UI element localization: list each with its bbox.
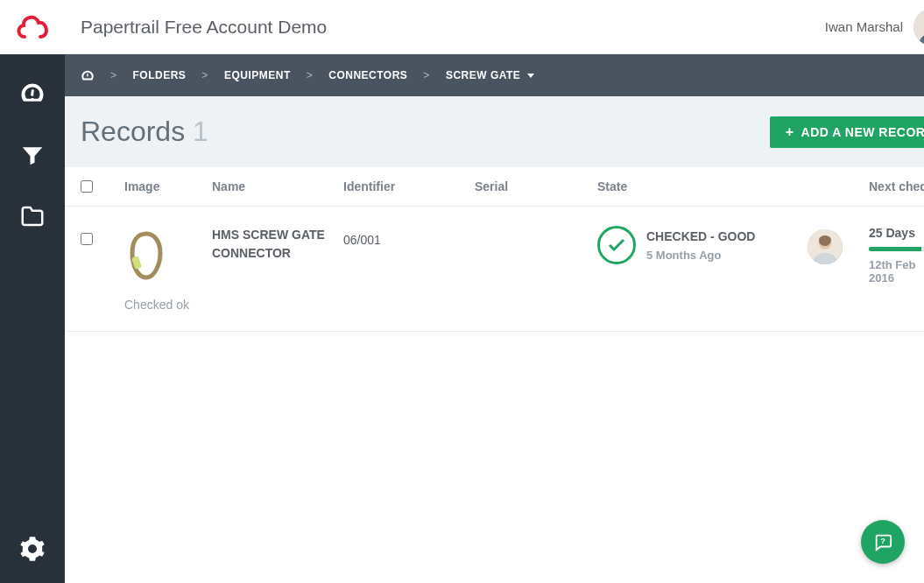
col-serial[interactable]: Serial [475,179,597,193]
folder-icon[interactable] [19,203,46,229]
filter-icon[interactable] [19,142,46,168]
item-thumbnail [124,226,168,287]
crumb-connectors[interactable]: CONNECTORS [328,69,407,81]
records-table: Image Name Identifier Serial State Next … [65,167,924,332]
table-row[interactable]: HMS SCREW GATE CONNECTOR 06/001 CHECKED … [65,207,924,332]
crumb-sep: > [201,69,208,81]
select-all-cell [81,180,124,193]
svg-text:?: ? [880,537,885,545]
crumb-sep: > [423,69,430,81]
row-checkbox[interactable] [81,233,93,245]
help-chat-icon: ? [873,532,892,551]
col-state[interactable]: State [597,179,808,193]
state-age: 5 Months Ago [646,249,755,262]
row-identifier: 06/001 [343,226,475,247]
nextcheck-progress-bar [869,247,921,251]
col-name[interactable]: Name [212,179,343,193]
state-label: CHECKED - GOOD [646,228,755,244]
carabiner-icon [127,230,166,283]
crumb-sep: > [307,69,314,81]
crumb-sep: > [110,69,117,81]
row-note: Checked ok [124,287,924,322]
breadcrumb-bar: > FOLDERS > EQUIPMENT > CONNECTORS > SCR… [65,54,924,96]
select-all-checkbox[interactable] [81,180,93,193]
user-menu[interactable]: Iwan Marshal [825,9,924,46]
logo-cell[interactable] [0,0,65,54]
page-title-count: 1 [193,116,208,147]
nextcheck-days: 25 Days [869,226,924,240]
crumb-current-label: SCREW GATE [446,69,520,81]
dashboard-icon[interactable] [19,81,46,107]
page-header: Records 1 + ADD A NEW RECORD [65,96,924,167]
topbar: Papertrail Free Account Demo Iwan Marsha… [65,0,924,54]
sidebar [0,0,65,583]
home-dashboard-icon[interactable] [81,69,95,81]
user-name: Iwan Marshal [825,19,903,34]
help-fab[interactable]: ? [861,520,905,564]
nextcheck-progress [869,247,924,251]
cloud-logo-icon [15,12,50,42]
add-record-button[interactable]: + ADD A NEW RECORD [770,116,924,148]
page-title: Records 1 [81,116,208,148]
check-circle-icon [597,226,636,264]
row-user-cell [808,226,869,264]
row-user-avatar[interactable] [808,229,843,264]
breadcrumbs: > FOLDERS > EQUIPMENT > CONNECTORS > SCR… [81,69,534,81]
chevron-down-icon [527,74,534,78]
page-title-text: Records [81,116,185,147]
add-record-label: ADD A NEW RECORD [801,125,924,139]
row-name: HMS SCREW GATE CONNECTOR [212,226,343,263]
row-select-cell [81,226,124,245]
row-nextcheck: 25 Days 12th Feb 2016 [869,226,924,284]
row-state: CHECKED - GOOD 5 Months Ago [597,226,808,264]
nav-icons [19,81,46,536]
crumb-current[interactable]: SCREW GATE [446,69,534,81]
settings-wrap [19,536,46,565]
col-nextcheck[interactable]: Next check [869,179,924,193]
gear-icon[interactable] [19,536,46,562]
plus-icon: + [786,125,794,139]
account-title: Papertrail Free Account Demo [81,17,327,38]
table-header: Image Name Identifier Serial State Next … [65,167,924,207]
col-image[interactable]: Image [124,179,212,193]
col-identifier[interactable]: Identifier [343,179,475,193]
user-avatar [913,9,924,46]
nextcheck-date: 12th Feb 2016 [869,258,924,284]
crumb-folders[interactable]: FOLDERS [133,69,187,81]
main: Papertrail Free Account Demo Iwan Marsha… [65,0,924,583]
crumb-equipment[interactable]: EQUIPMENT [224,69,291,81]
row-image-cell [124,226,212,287]
